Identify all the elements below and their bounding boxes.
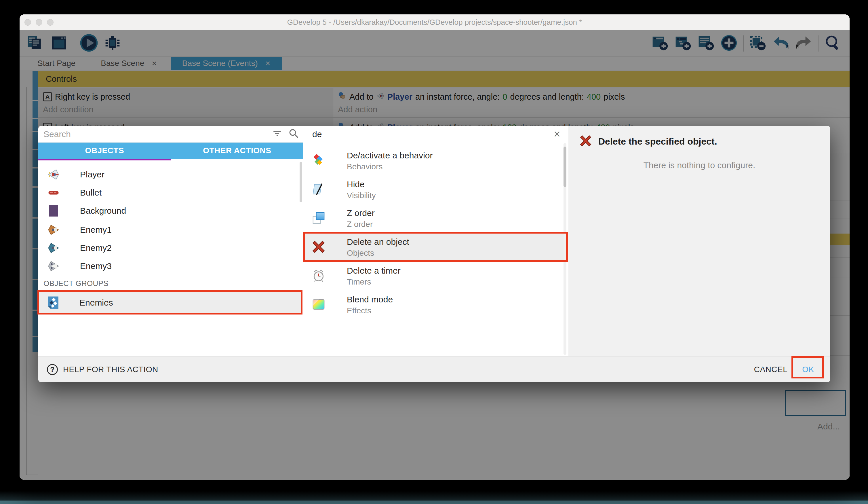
nothing-to-configure-text: There is nothing to configure. <box>568 160 830 170</box>
screenshot-stage: GDevelop 5 - /Users/dkarakay/Documents/G… <box>0 0 868 504</box>
enemy3-ship-icon <box>47 260 60 273</box>
selector-tabs: OBJECTS OTHER ACTIONS <box>38 143 303 159</box>
search-icon <box>288 128 299 140</box>
ok-button[interactable]: OK <box>795 356 821 382</box>
z-order-icon <box>312 211 326 225</box>
filter-icon[interactable] <box>272 129 282 139</box>
action-item-deactivate-behavior[interactable]: De/activate a behavior Behaviors <box>303 146 564 175</box>
object-item-bullet[interactable]: Bullet <box>38 183 302 202</box>
left-scrollbar-thumb[interactable] <box>300 162 302 202</box>
player-ship-icon <box>47 168 60 181</box>
enemy1-ship-icon <box>47 223 60 236</box>
blend-mode-icon <box>312 298 326 311</box>
tab-other-actions[interactable]: OTHER ACTIONS <box>171 143 303 159</box>
behavior-icon <box>312 153 326 167</box>
help-button[interactable]: ? HELP FOR THIS ACTION <box>47 356 158 382</box>
object-item-enemy2[interactable]: Enemy2 <box>38 239 302 257</box>
action-item-blend-mode[interactable]: Blend mode Effects <box>303 290 564 319</box>
timer-clock-icon <box>312 269 326 283</box>
object-group-icon <box>46 296 60 310</box>
group-item-enemies[interactable]: Enemies <box>38 291 302 314</box>
object-item-player[interactable]: Player <box>38 165 302 183</box>
background-icon <box>47 204 60 218</box>
object-search-input[interactable] <box>43 128 256 141</box>
object-item-background[interactable]: Background <box>38 202 302 220</box>
action-list-pane: × De/activate a behavior Behaviors Hide … <box>303 126 568 356</box>
tab-objects[interactable]: OBJECTS <box>38 143 171 159</box>
dialog-footer: ? HELP FOR THIS ACTION CANCEL OK <box>38 356 830 382</box>
object-item-enemy1[interactable]: Enemy1 <box>38 221 302 239</box>
action-search-input[interactable] <box>312 128 548 141</box>
help-icon: ? <box>47 364 58 375</box>
window-title: GDevelop 5 - /Users/dkarakay/Documents/G… <box>20 14 850 30</box>
action-detail-pane: Delete the specified object. There is no… <box>568 126 830 356</box>
action-item-z-order[interactable]: Z order Z order <box>303 204 564 232</box>
delete-cross-icon <box>579 134 592 148</box>
object-groups-header: OBJECT GROUPS <box>43 279 108 288</box>
action-item-hide[interactable]: Hide Visibility <box>303 175 564 204</box>
object-search-row <box>38 126 303 143</box>
desktop-glow <box>0 491 868 501</box>
delete-cross-icon <box>312 240 326 254</box>
action-list-scrollbar-thumb[interactable] <box>564 147 566 187</box>
clear-search-icon[interactable]: × <box>554 128 560 140</box>
action-description: Delete the specified object. <box>598 136 717 147</box>
action-editor-dialog: OBJECTS OTHER ACTIONS Player Bullet Back… <box>38 126 830 382</box>
active-tab-underline <box>38 159 170 160</box>
object-item-enemy3[interactable]: Enemy3 <box>38 257 302 275</box>
desktop-edge-strip <box>0 501 868 504</box>
enemy2-ship-icon <box>47 241 60 255</box>
object-selector-pane: OBJECTS OTHER ACTIONS Player Bullet Back… <box>38 126 303 356</box>
bullet-icon <box>47 186 60 199</box>
action-item-delete-timer[interactable]: Delete a timer Timers <box>303 261 564 290</box>
cancel-button[interactable]: CANCEL <box>752 356 789 382</box>
macos-titlebar: GDevelop 5 - /Users/dkarakay/Documents/G… <box>20 14 850 30</box>
action-item-delete-object[interactable]: Delete an object Objects <box>303 232 564 261</box>
hide-icon <box>312 182 326 196</box>
